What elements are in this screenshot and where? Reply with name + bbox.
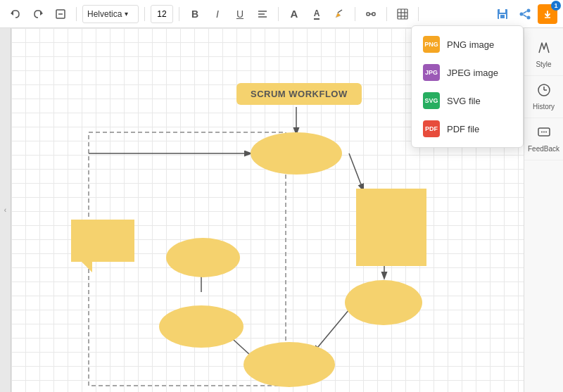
separator-5 (355, 7, 355, 21)
separator-6 (386, 7, 387, 21)
svg-line-29 (349, 153, 363, 190)
sidebar-style[interactable]: Style (524, 34, 563, 76)
align-button[interactable] (253, 4, 272, 24)
svg-rect-19 (500, 15, 505, 18)
svg-point-40 (541, 132, 543, 133)
toolbar: Helvetica ▾ B I U A A 1 (0, 0, 563, 28)
format-button[interactable]: A (307, 4, 327, 24)
svg-rect-11 (398, 9, 407, 19)
sidebar-feedback[interactable]: FeedBack (524, 118, 563, 160)
svg-point-42 (545, 132, 547, 133)
toolbar-right: 1 (493, 4, 557, 24)
font-size-input[interactable] (151, 5, 173, 23)
svg-point-21 (520, 12, 524, 15)
table-button[interactable] (393, 4, 412, 24)
text-button[interactable]: A (284, 4, 304, 24)
separator-1 (76, 7, 77, 21)
feedback-icon (537, 125, 551, 143)
export-dropdown: PNG PNG image JPG JPEG image SVG SVG fil… (411, 25, 524, 148)
svg-rect-8 (367, 13, 369, 15)
svg-line-23 (524, 11, 527, 13)
jpeg-icon: JPG (423, 64, 440, 81)
separator-3 (179, 7, 179, 21)
svg-line-24 (524, 15, 527, 17)
rectangle-right[interactable] (356, 189, 426, 266)
export-pdf-item[interactable]: PDF PDF file (412, 115, 523, 143)
redo-button[interactable] (28, 4, 48, 24)
style-label: Style (536, 61, 551, 68)
underline-button[interactable]: U (230, 4, 250, 24)
font-dropdown-icon: ▾ (125, 10, 128, 18)
export-button-wrapper: 1 (538, 4, 557, 24)
svg-label: SVG file (447, 96, 481, 106)
svg-point-20 (527, 8, 531, 12)
svg-line-31 (314, 310, 349, 352)
italic-button[interactable]: I (208, 4, 227, 24)
reset-button[interactable] (51, 4, 70, 24)
save-button[interactable] (493, 4, 512, 24)
separator-4 (278, 7, 279, 21)
feedback-label: FeedBack (528, 145, 559, 153)
export-button[interactable]: 1 (538, 4, 557, 24)
svg-rect-9 (372, 13, 375, 15)
ellipse-top[interactable] (251, 132, 342, 175)
sidebar-history[interactable]: History (524, 76, 563, 118)
svg-point-22 (527, 15, 531, 19)
svg-line-7 (338, 10, 342, 13)
svg-marker-35 (71, 220, 134, 272)
separator-2 (144, 7, 145, 21)
export-badge: 1 (551, 1, 561, 11)
style-icon (537, 41, 551, 58)
left-collapse-button[interactable]: ‹ (0, 28, 11, 392)
export-png-item[interactable]: PNG PNG image (412, 30, 523, 58)
svg-rect-17 (500, 9, 505, 13)
bold-button[interactable]: B (185, 4, 205, 24)
jpeg-label: JPEG image (447, 68, 498, 78)
diagram-title[interactable]: SCRUM WORKFLOW (236, 83, 362, 105)
font-selector[interactable]: Helvetica ▾ (82, 5, 139, 23)
svg-icon: SVG (423, 92, 440, 109)
ellipse-right-bottom[interactable] (345, 280, 422, 325)
pdf-label: PDF file (447, 124, 479, 134)
svg-point-41 (543, 132, 545, 133)
paint-button[interactable] (329, 4, 349, 24)
export-jpeg-item[interactable]: JPG JPEG image (412, 58, 523, 87)
history-icon (537, 83, 551, 101)
png-label: PNG image (447, 39, 494, 50)
history-label: History (533, 103, 555, 110)
waypoint-button[interactable] (361, 4, 381, 24)
speech-bubble[interactable] (64, 220, 141, 283)
separator-7 (418, 7, 419, 21)
right-sidebar: Style History FeedBack (524, 28, 563, 392)
pdf-icon: PDF (423, 120, 440, 137)
ellipse-left-bottom[interactable] (159, 305, 243, 348)
png-icon: PNG (423, 36, 440, 53)
share-button[interactable] (515, 4, 535, 24)
undo-button[interactable] (6, 4, 25, 24)
font-name: Helvetica (87, 9, 122, 19)
ellipse-bottom-center[interactable] (243, 342, 335, 387)
export-svg-item[interactable]: SVG SVG file (412, 87, 523, 115)
ellipse-left-mid[interactable] (166, 238, 240, 277)
share-button-wrapper (515, 4, 535, 24)
